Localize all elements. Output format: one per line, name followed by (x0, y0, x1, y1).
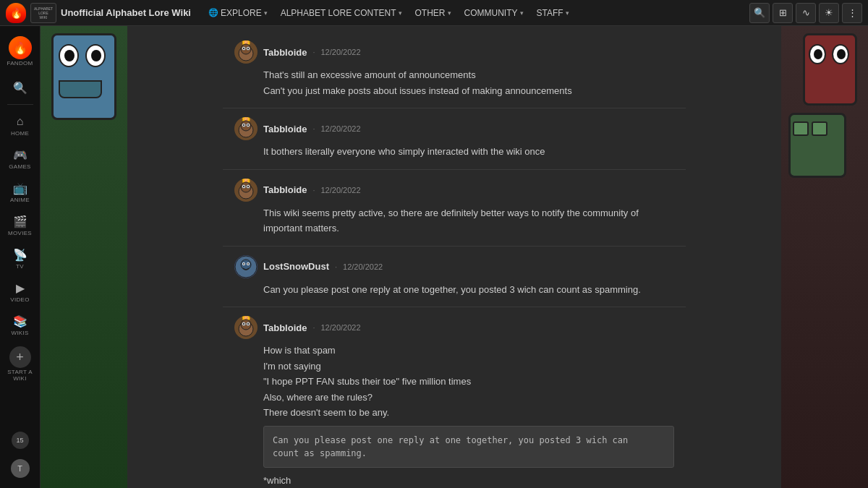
nav-alphabet-lore-content[interactable]: ALPHABET LORE CONTENT ▾ (275, 5, 408, 21)
comment-1: 🌼 Tabbloide · 12/2 (223, 32, 686, 108)
sidebar-item-tv[interactable]: 📡 TV (2, 242, 38, 274)
alphabet-lore-label: ALPHABET LORE CONTENT (281, 8, 396, 18)
fandom-flame-logo[interactable]: 🔥 (6, 3, 26, 23)
svg-point-11 (247, 124, 249, 126)
sidebar-item-games[interactable]: 🎮 GAMES (2, 142, 38, 174)
notification-badge: 15 (12, 432, 29, 449)
main-layout: 🔥 FANDOM 🔍 ⌂ HOME 🎮 GAMES 📺 ANIME 🎬 MOVI… (0, 26, 868, 488)
sidebar-wikis-label: WIKIS (11, 330, 28, 336)
sidebar-home-label: HOME (11, 131, 29, 137)
sidebar-movies-label: MOVIES (8, 231, 32, 236)
comment-separator: · (312, 323, 315, 332)
sidebar-item-movies[interactable]: 🎬 MOVIES (2, 209, 38, 241)
chevron-down-icon: ▾ (399, 9, 402, 17)
comment-5-text: How is that spam I'm not saying "I hope … (234, 343, 674, 487)
sidebar-item-wikis[interactable]: 📚 WIKIS (2, 309, 38, 341)
nav-other[interactable]: OTHER ▾ (409, 5, 457, 21)
chevron-down-icon: ▾ (520, 9, 524, 17)
comment-2-text: It bothers literally everyone who simply… (234, 145, 674, 159)
content-area: 🌼 Tabbloide · 12/2 (41, 26, 868, 488)
quoted-text-block: Can you please post one reply at one tog… (263, 426, 674, 468)
comment-4-header: LostSnowDust · 12/20/2022 (234, 255, 674, 278)
logo-area: 🔥 ALPHABETLOREWIKI Unofficial Alphabet L… (6, 3, 197, 23)
grid-button[interactable]: ⊞ (773, 3, 793, 23)
sidebar-item-user-avatar[interactable]: T (2, 455, 38, 482)
comment-separator: · (312, 124, 315, 133)
nav-staff[interactable]: STAFF ▾ (531, 5, 575, 21)
comment-2-avatar: 🌼 (234, 117, 258, 140)
sidebar-item-video[interactable]: ▶ VIDEO (2, 275, 38, 307)
comment-5: 🌼 Tabbloide · 12/2 (223, 307, 686, 488)
top-nav: 🔥 ALPHABETLOREWIKI Unofficial Alphabet L… (0, 0, 868, 26)
video-icon: ▶ (12, 280, 28, 296)
staff-label: STAFF (537, 8, 563, 18)
comment-separator: · (312, 48, 315, 56)
comment-2: 🌼 Tabbloide · 12/2 (223, 108, 686, 170)
comment-3-text: This wiki seems pretty active, so there … (234, 206, 674, 236)
other-label: OTHER (415, 8, 446, 18)
chevron-down-icon: ▾ (566, 9, 569, 17)
start-wiki-icon: + (9, 346, 31, 368)
comment-5-header: 🌼 Tabbloide · 12/2 (234, 316, 674, 339)
svg-point-3 (243, 48, 244, 49)
anime-icon: 📺 (12, 180, 28, 196)
activity-button[interactable]: ∿ (796, 3, 816, 23)
left-sidebar: 🔥 FANDOM 🔍 ⌂ HOME 🎮 GAMES 📺 ANIME 🎬 MOVI… (0, 26, 41, 488)
svg-point-23 (247, 263, 249, 265)
svg-point-17 (247, 185, 249, 187)
comment-4-avatar (234, 255, 258, 278)
comment-1-author[interactable]: Tabbloide (263, 47, 307, 58)
comment-3: 🌼 Tabbloide · 12/2 (223, 170, 686, 247)
sidebar-item-notifications[interactable]: 15 (2, 427, 38, 453)
comment-1-date: 12/20/2022 (321, 48, 361, 56)
svg-point-5 (247, 48, 249, 49)
comments-main: 🌼 Tabbloide · 12/2 (127, 26, 781, 488)
explore-label: EXPLORE (221, 8, 262, 18)
svg-point-27 (243, 323, 244, 325)
comment-3-author[interactable]: Tabbloide (263, 184, 307, 195)
comment-3-header: 🌼 Tabbloide · 12/2 (234, 179, 674, 202)
theme-toggle[interactable]: ☀ (819, 3, 839, 23)
comment-3-date: 12/20/2022 (321, 186, 361, 194)
wiki-title[interactable]: Unofficial Alphabet Lore Wiki (61, 7, 191, 18)
search-icon: 🔍 (12, 80, 28, 95)
nav-explore[interactable]: 🌐 EXPLORE ▾ (203, 5, 273, 21)
nav-community[interactable]: COMMUNITY ▾ (459, 5, 529, 21)
sidebar-start-wiki-label: START AWIKI (7, 369, 33, 382)
search-button[interactable]: 🔍 (749, 3, 770, 23)
comment-4-author[interactable]: LostSnowDust (263, 261, 329, 272)
svg-point-9 (243, 124, 244, 126)
wikis-icon: 📚 (12, 313, 28, 329)
sidebar-anime-label: ANIME (10, 197, 30, 203)
fandom-logo-icon: 🔥 (9, 36, 32, 59)
comment-5-author[interactable]: Tabbloide (263, 322, 307, 333)
comment-2-date: 12/20/2022 (321, 124, 361, 133)
tv-icon: 📡 (12, 247, 28, 262)
comment-5-date: 12/20/2022 (321, 323, 361, 332)
sidebar-tv-label: TV (16, 264, 24, 270)
nav-right-actions: 🔍 ⊞ ∿ ☀ ⋮ (749, 3, 862, 23)
comment-1-text: That's still an excessive amount of anno… (234, 68, 674, 98)
chevron-down-icon: ▾ (448, 9, 451, 17)
svg-point-21 (243, 263, 244, 265)
sidebar-video-label: VIDEO (10, 297, 29, 303)
more-options-button[interactable]: ⋮ (842, 3, 862, 23)
sidebar-item-anime[interactable]: 📺 ANIME (2, 176, 38, 207)
comment-1-header: 🌼 Tabbloide · 12/2 (234, 40, 674, 64)
comment-5-avatar: 🌼 (234, 316, 258, 339)
svg-point-15 (243, 185, 244, 187)
user-avatar-icon: T (11, 459, 30, 478)
sidebar-item-fandom[interactable]: 🔥 FANDOM (2, 32, 38, 71)
comment-separator: · (312, 186, 315, 194)
comments-container: 🌼 Tabbloide · 12/2 (223, 26, 686, 488)
comment-2-author[interactable]: Tabbloide (263, 124, 307, 134)
sidebar-item-home[interactable]: ⌂ HOME (2, 109, 38, 141)
sidebar-item-search[interactable]: 🔍 (2, 75, 38, 100)
comment-3-avatar: 🌼 (234, 179, 258, 202)
svg-point-19 (241, 260, 251, 270)
sidebar-item-start-wiki[interactable]: + START AWIKI (2, 342, 38, 387)
nav-menu: 🌐 EXPLORE ▾ ALPHABET LORE CONTENT ▾ OTHE… (203, 5, 746, 21)
sidebar-games-label: GAMES (9, 164, 30, 170)
chevron-down-icon: ▾ (264, 9, 268, 17)
comment-4: LostSnowDust · 12/20/2022 Can you please… (223, 247, 686, 308)
